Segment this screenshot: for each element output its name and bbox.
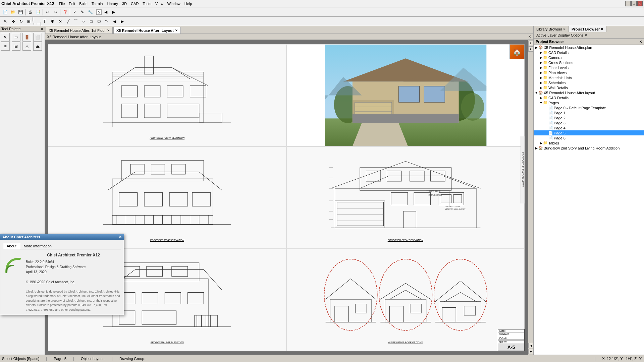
status-coords: X: 12 1/2", Y: -1/4", Z: 0" — [602, 357, 642, 361]
tp-door[interactable]: 🚪 — [22, 33, 31, 42]
about-tab-about[interactable]: About — [3, 243, 20, 249]
status-layer: Object Layer: - — [81, 357, 105, 361]
schedules-node[interactable]: ▶ 📁 Schedules — [534, 80, 644, 85]
tp-wall[interactable]: ▭ — [12, 33, 20, 42]
poly-tool[interactable]: ⬡ — [95, 18, 103, 25]
close-button[interactable]: ✕ — [637, 1, 643, 6]
tp-select[interactable]: ↖ — [1, 33, 10, 42]
menu-3d[interactable]: 3D — [120, 1, 129, 6]
maximize-button[interactable]: □ — [631, 1, 637, 6]
svg-rect-76 — [410, 171, 424, 181]
pages-node[interactable]: ▼ 📁 Pages — [534, 100, 644, 105]
ml-arrow: ▶ — [539, 76, 543, 79]
zoom-counter[interactable]: 5 — [96, 9, 102, 15]
page-5-node[interactable]: 📄 Page 5 — [534, 130, 644, 135]
about-date: April 13, 2020 — [26, 269, 121, 275]
undo-button[interactable]: ↩ — [44, 8, 51, 16]
cameras-node[interactable]: ▶ 📁 Cameras — [534, 55, 644, 60]
tables-node[interactable]: ▶ 📁 Tables — [534, 140, 644, 145]
bungalow-node[interactable]: ▶ 🏠 Bungalow 2nd Story and Living Room A… — [534, 145, 644, 150]
minimize-button[interactable]: — — [625, 1, 631, 6]
menu-tools[interactable]: Tools — [141, 1, 153, 6]
cad-details-1[interactable]: ▶ 📁 CAD Details — [534, 50, 644, 55]
menu-help[interactable]: Help — [182, 1, 194, 6]
tp-roof[interactable]: △ — [22, 42, 31, 51]
save-button[interactable]: 💾 — [17, 8, 24, 16]
layout-node[interactable]: ▼ 🏠 X5 Remodel House After.layout — [534, 90, 644, 95]
vert-btn-4[interactable]: ▶ — [528, 349, 534, 354]
pdf-button[interactable]: 📑 — [34, 8, 42, 16]
vert-btn-2[interactable]: ⬇ — [528, 46, 534, 52]
tp-window[interactable]: ⬜ — [33, 33, 42, 42]
spline-tool[interactable]: 〜 — [103, 18, 110, 25]
dimension-tool[interactable]: |←→| — [33, 18, 41, 25]
right-tab-library[interactable]: Library Browser ✕ — [534, 26, 569, 32]
tab-1-close[interactable]: ✕ — [107, 29, 110, 32]
move-tool[interactable]: ✥ — [10, 18, 17, 25]
help-button[interactable]: ❓ — [61, 8, 69, 16]
right-tab-active-layer[interactable]: Active Layer Display Options ✕ — [534, 32, 590, 38]
rt-library-close[interactable]: ✕ — [563, 27, 566, 31]
new-button[interactable]: 📄 — [1, 8, 9, 16]
project-browser-close[interactable]: ✕ — [639, 40, 642, 44]
menu-view[interactable]: View — [153, 1, 165, 6]
open-button[interactable]: 📂 — [9, 8, 16, 16]
cad-details-layout[interactable]: ▶ 📁 CAD Details — [534, 95, 644, 100]
wall-details-node[interactable]: ▶ 📁 Wall Details — [534, 85, 644, 90]
cross-tool[interactable]: ✕ — [57, 18, 64, 25]
zoom-prev[interactable]: ◀ — [102, 8, 109, 16]
page-2-node[interactable]: 📄 Page 2 — [534, 115, 644, 120]
tb6[interactable]: 🔧 — [87, 8, 94, 16]
tb5[interactable]: ✎ — [79, 8, 86, 16]
circle-tool[interactable]: ○ — [80, 18, 87, 25]
menu-library[interactable]: Library — [105, 1, 120, 6]
fwd-tool[interactable]: ▶ — [118, 18, 126, 25]
check-button[interactable]: ✓ — [71, 8, 78, 16]
text-tool[interactable]: T — [41, 18, 48, 25]
page-6-node[interactable]: 📄 Page 6 — [534, 135, 644, 140]
about-dialog-close[interactable]: ✕ — [119, 235, 122, 239]
materials-lists-node[interactable]: ▶ 📁 Materials Lists — [534, 75, 644, 80]
callout-tool[interactable]: ✱ — [49, 18, 56, 25]
svg-rect-7 — [121, 104, 138, 118]
tab-layout[interactable]: X5 Remodel House After: Layout ✕ — [113, 27, 181, 34]
tool-palette-close[interactable]: ✕ — [41, 27, 43, 31]
tp-terrain[interactable]: ⛰ — [33, 42, 42, 51]
tp-stair[interactable]: ≡ — [1, 42, 10, 51]
menu-edit[interactable]: Edit — [67, 1, 77, 6]
menu-build[interactable]: Build — [77, 1, 89, 6]
back-tool[interactable]: ◀ — [111, 18, 118, 25]
menu-window[interactable]: Window — [165, 1, 182, 6]
tp-room[interactable]: ⊟ — [12, 42, 20, 51]
select-tool[interactable]: ↖ — [1, 18, 9, 25]
scale-tool[interactable]: ⊞ — [25, 18, 33, 25]
zoom-next[interactable]: ▶ — [110, 8, 117, 16]
rt-project-close[interactable]: ✕ — [601, 27, 603, 31]
tab-1st-floor[interactable]: X5 Remodel House After: 1st Floor ✕ — [46, 27, 113, 34]
about-dialog-tabs: About More Information — [3, 243, 121, 249]
page-3-node[interactable]: 📄 Page 3 — [534, 120, 644, 125]
menu-cad[interactable]: CAD — [129, 1, 141, 6]
rt-layer-close[interactable]: ✕ — [585, 34, 587, 37]
tree-plan-node[interactable]: ▶ 🏠 X5 Remodel House After.plan — [534, 45, 644, 50]
page-4-node[interactable]: 📄 Page 4 — [534, 125, 644, 130]
page-0-node[interactable]: 📄 Page 0 - Default Page Template — [534, 105, 644, 110]
menu-file[interactable]: File — [57, 1, 67, 6]
plan-views-node[interactable]: ▶ 📁 Plan Views — [534, 70, 644, 75]
arc-tool[interactable]: ⌒ — [72, 18, 79, 25]
vert-btn-1[interactable]: ⬆ — [528, 41, 534, 46]
rotate-tool[interactable]: ↻ — [17, 18, 25, 25]
menu-terrain[interactable]: Terrain — [90, 1, 105, 6]
vert-btn-3[interactable]: ◀ — [528, 343, 534, 348]
print-button[interactable]: 🖨 — [26, 8, 34, 16]
redo-button[interactable]: ↪ — [52, 8, 59, 16]
rect-tool[interactable]: □ — [88, 18, 95, 25]
page-1-node[interactable]: 📄 Page 1 — [534, 110, 644, 115]
tab-2-close[interactable]: ✕ — [175, 29, 178, 32]
cross-sections-node[interactable]: ▶ 📁 Cross Sections — [534, 60, 644, 65]
floor-levels-node[interactable]: ▶ 📁 Floor Levels — [534, 65, 644, 70]
line-tool[interactable]: ╱ — [64, 18, 72, 25]
about-tab-more[interactable]: More Information — [20, 243, 55, 249]
viewport-close[interactable]: ✕ — [528, 35, 531, 39]
right-tab-project[interactable]: Project Browser ✕ — [569, 26, 606, 32]
